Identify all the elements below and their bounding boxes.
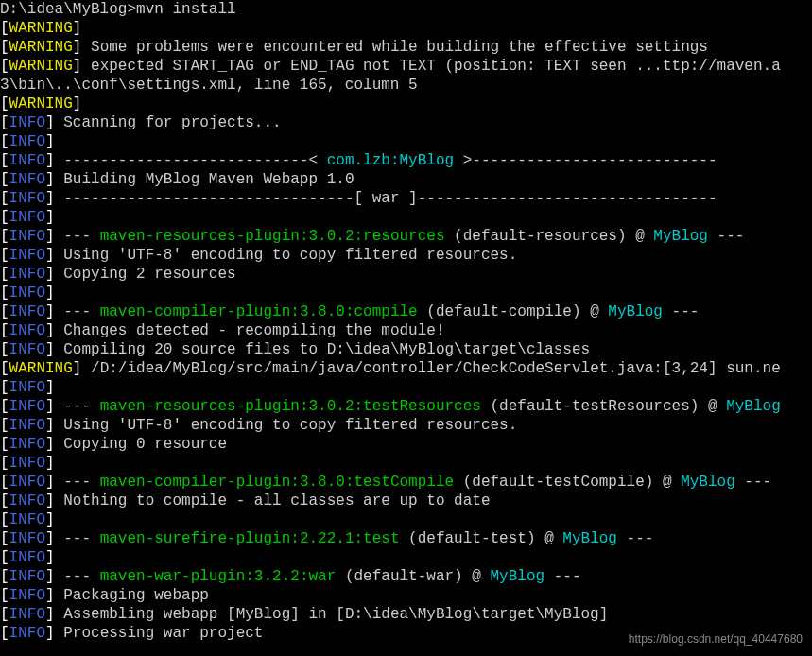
log-line: [INFO] Packaging webapp [0, 586, 812, 605]
log-line: [INFO] Changes detected - recompiling th… [0, 321, 812, 340]
log-level-tag: [INFO] [0, 587, 55, 604]
log-line: [INFO] [0, 284, 812, 302]
plugin-name: maven-war-plugin:3.2.2:war [100, 568, 337, 585]
log-level-tag: [WARNING] [0, 95, 81, 112]
log-level-tag: [INFO] [0, 474, 55, 491]
log-line: [INFO] --- maven-resources-plugin:3.0.2:… [0, 397, 812, 416]
log-level-tag: [WARNING] [0, 39, 81, 56]
log-level-tag: [INFO] [0, 625, 55, 642]
log-level-tag: [INFO] [0, 190, 55, 207]
log-line: [INFO] Nothing to compile - all classes … [0, 492, 812, 510]
log-line: 3\bin\..\conf\settings.xml, line 165, co… [0, 76, 812, 95]
log-line: [INFO] Using 'UTF-8' encoding to copy fi… [0, 246, 812, 265]
log-line: [INFO] [0, 548, 812, 567]
log-line: [INFO] --- maven-resources-plugin:3.0.2:… [0, 227, 812, 246]
log-line: [WARNING] /D:/idea/MyBlog/src/main/java/… [0, 359, 812, 378]
log-level-tag: [INFO] [0, 322, 55, 339]
log-line: [INFO] --- maven-war-plugin:3.2.2:war (d… [0, 567, 812, 586]
log-level-tag: [INFO] [0, 379, 55, 396]
log-line: [INFO] [0, 454, 812, 473]
project-name: MyBlog [726, 398, 781, 415]
log-line: [INFO] [0, 378, 812, 397]
log-line: [INFO] --- maven-surefire-plugin:2.22.1:… [0, 529, 812, 548]
log-line: [INFO] Copying 0 resource [0, 435, 812, 454]
log-level-tag: [INFO] [0, 152, 55, 169]
log-line: [INFO] Compiling 20 source files to D:\i… [0, 340, 812, 359]
log-level-tag: [INFO] [0, 549, 55, 566]
log-level-tag: [INFO] [0, 228, 55, 245]
log-level-tag: [INFO] [0, 492, 55, 509]
log-line: [INFO] --- maven-compiler-plugin:3.8.0:c… [0, 302, 812, 321]
log-level-tag: [INFO] [0, 417, 55, 434]
log-line: [WARNING] Some problems were encountered… [0, 38, 812, 57]
log-line: [WARNING] [0, 19, 812, 38]
log-level-tag: [INFO] [0, 171, 55, 188]
log-level-tag: [INFO] [0, 341, 55, 358]
project-name: MyBlog [681, 474, 735, 491]
plugin-name: maven-resources-plugin:3.0.2:testResourc… [100, 398, 481, 415]
log-level-tag: [INFO] [0, 285, 55, 302]
plugin-name: maven-resources-plugin:3.0.2:resources [100, 228, 445, 245]
log-level-tag: [WARNING] [0, 360, 81, 377]
log-line: [INFO] [0, 510, 812, 529]
watermark: https://blog.csdn.net/qq_40447680 [629, 630, 803, 648]
log-line: [INFO] ---------------------------< com.… [0, 151, 812, 170]
log-level-tag: [INFO] [0, 511, 55, 528]
command-prompt: D:\idea\MyBlog>mvn install [0, 0, 812, 19]
log-level-tag: [INFO] [0, 209, 55, 226]
log-level-tag: [INFO] [0, 266, 55, 283]
project-name: MyBlog [562, 530, 617, 547]
log-line: [INFO] [0, 132, 812, 151]
plugin-name: maven-compiler-plugin:3.8.0:testCompile [100, 474, 454, 491]
log-level-tag: [INFO] [0, 530, 55, 547]
log-level-tag: [INFO] [0, 568, 55, 585]
project-name: MyBlog [491, 568, 545, 585]
plugin-name: maven-surefire-plugin:2.22.1:test [100, 530, 400, 547]
log-line: [INFO] Scanning for projects... [0, 113, 812, 132]
log-level-tag: [INFO] [0, 114, 55, 131]
project-name: MyBlog [653, 228, 708, 245]
log-level-tag: [INFO] [0, 606, 55, 623]
log-line: [INFO] [0, 208, 812, 227]
log-level-tag: [INFO] [0, 455, 55, 472]
log-line: [INFO] --------------------------------[… [0, 189, 812, 208]
plugin-name: maven-compiler-plugin:3.8.0:compile [100, 303, 418, 320]
log-line: [INFO] Building MyBlog Maven Webapp 1.0 [0, 170, 812, 189]
log-lines: [WARNING][WARNING] Some problems were en… [0, 19, 812, 643]
log-level-tag: [WARNING] [0, 20, 81, 37]
log-level-tag: [WARNING] [0, 58, 81, 75]
log-level-tag: [INFO] [0, 398, 55, 415]
log-level-tag: [INFO] [0, 133, 55, 150]
log-line: [INFO] Assembling webapp [MyBlog] in [D:… [0, 605, 812, 624]
log-level-tag: [INFO] [0, 303, 55, 320]
log-line: [INFO] Copying 2 resources [0, 265, 812, 284]
terminal-output: D:\idea\MyBlog>mvn install [WARNING][WAR… [0, 0, 812, 656]
log-level-tag: [INFO] [0, 436, 55, 453]
log-line: [INFO] --- maven-compiler-plugin:3.8.0:t… [0, 473, 812, 492]
log-line: [WARNING] expected START_TAG or END_TAG … [0, 57, 812, 76]
log-level-tag: [INFO] [0, 247, 55, 264]
project-name: MyBlog [608, 303, 663, 320]
project-coordinate: com.lzb:MyBlog [327, 152, 454, 169]
log-line: [INFO] Using 'UTF-8' encoding to copy fi… [0, 416, 812, 435]
log-line: [WARNING] [0, 95, 812, 113]
